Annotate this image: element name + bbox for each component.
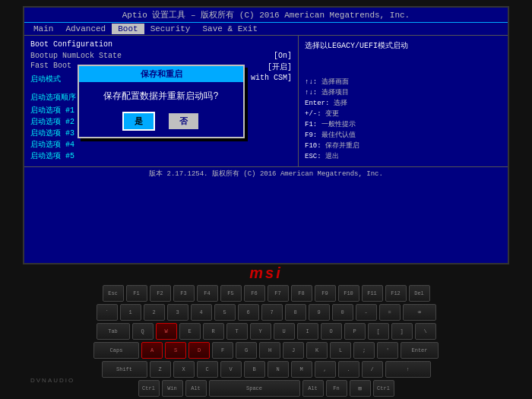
key-4[interactable]: 4	[191, 304, 212, 321]
menu-main[interactable]: Main	[27, 24, 59, 34]
key-minus[interactable]: -	[356, 304, 377, 321]
key-u[interactable]: U	[274, 323, 295, 340]
key-tab[interactable]: Tab	[97, 323, 130, 340]
key-f3[interactable]: F3	[173, 285, 195, 302]
key-8[interactable]: 8	[285, 304, 306, 321]
key-f10[interactable]: F10	[338, 285, 359, 302]
key-f6[interactable]: F6	[244, 285, 265, 302]
key-f8[interactable]: F8	[291, 285, 312, 302]
dialog-overlay: 保存和重启 保存配置数据并重新启动吗? 是 否	[24, 36, 298, 166]
sc-key-6: F9:	[305, 131, 321, 139]
key-f9[interactable]: F9	[315, 285, 336, 302]
key-backtick[interactable]: `	[97, 304, 118, 321]
key-j[interactable]: J	[283, 342, 304, 359]
key-f5[interactable]: F5	[220, 285, 242, 302]
key-equals[interactable]: =	[379, 304, 401, 321]
shortcut-list: ↑↓: 选择画面 ↑↓: 选择项目 Enter: 选择 +/-: 变更	[305, 77, 444, 162]
key-z[interactable]: Z	[150, 361, 171, 378]
key-t[interactable]: T	[226, 323, 248, 340]
key-lalt[interactable]: Alt	[185, 380, 207, 397]
key-v[interactable]: V	[220, 361, 242, 378]
key-rshift[interactable]: ↑	[385, 361, 431, 378]
key-f4[interactable]: F4	[197, 285, 218, 302]
key-r[interactable]: R	[203, 323, 224, 340]
key-x[interactable]: X	[173, 361, 195, 378]
key-a[interactable]: A	[141, 342, 163, 359]
shortcut-enter: Enter: 选择	[305, 98, 444, 108]
key-o[interactable]: O	[321, 323, 342, 340]
shortcut-arrows-item: ↑↓: 选择项目	[305, 87, 444, 97]
menu-security[interactable]: Security	[144, 24, 197, 34]
key-1[interactable]: 1	[120, 304, 141, 321]
keyboard-row-5: Shift Z X C V B N M , . / ↑	[102, 361, 431, 378]
key-3[interactable]: 3	[167, 304, 188, 321]
key-rbracket[interactable]: ]	[391, 323, 413, 340]
key-lshift[interactable]: Shift	[102, 361, 147, 378]
key-n[interactable]: N	[268, 361, 289, 378]
key-s[interactable]: S	[165, 342, 186, 359]
key-f11[interactable]: F11	[362, 285, 383, 302]
key-caps[interactable]: Caps	[93, 342, 139, 359]
key-menu[interactable]: ▤	[350, 380, 371, 397]
key-d[interactable]: D	[188, 342, 210, 359]
key-e[interactable]: E	[179, 323, 201, 340]
key-f12[interactable]: F12	[385, 285, 407, 302]
key-win[interactable]: Win	[162, 380, 183, 397]
shortcut-f9: F9: 最佳代认值	[305, 130, 444, 140]
key-h[interactable]: H	[259, 342, 280, 359]
key-f1[interactable]: F1	[126, 285, 147, 302]
key-b[interactable]: B	[244, 361, 265, 378]
dialog-yes-button[interactable]: 是	[124, 113, 154, 129]
key-c[interactable]: C	[197, 361, 218, 378]
sc-key-2: ↑↓:	[305, 89, 321, 97]
key-backslash[interactable]: \	[415, 323, 436, 340]
key-rctrl[interactable]: Ctrl	[373, 380, 394, 397]
dialog-no-button[interactable]: 否	[169, 113, 198, 129]
key-g[interactable]: G	[236, 342, 257, 359]
key-del[interactable]: Del	[409, 285, 430, 302]
menu-advanced[interactable]: Advanced	[59, 24, 112, 34]
menu-save-exit[interactable]: Save & Exit	[196, 24, 264, 34]
menu-boot[interactable]: Boot	[112, 24, 144, 34]
shortcut-plusminus: +/-: 变更	[305, 109, 444, 119]
key-5[interactable]: 5	[214, 304, 236, 321]
key-backspace[interactable]: ⌫	[403, 304, 436, 321]
key-semicolon[interactable]: ;	[353, 342, 375, 359]
key-m[interactable]: M	[291, 361, 312, 378]
key-f2[interactable]: F2	[150, 285, 171, 302]
key-l[interactable]: L	[330, 342, 351, 359]
key-k[interactable]: K	[306, 342, 328, 359]
sc-desc-7: 保存并重启	[325, 142, 359, 150]
key-period[interactable]: .	[338, 361, 359, 378]
key-i[interactable]: I	[297, 323, 318, 340]
dialog-title: 保存和重启	[79, 66, 243, 82]
key-p[interactable]: P	[344, 323, 366, 340]
key-y[interactable]: Y	[250, 323, 271, 340]
key-slash[interactable]: /	[362, 361, 383, 378]
sc-desc-3: 选择	[334, 100, 347, 107]
sc-key-5: F1:	[305, 121, 321, 128]
keyboard-row-3: Tab Q W E R T Y U I O P [ ] \	[97, 323, 436, 340]
key-esc[interactable]: Esc	[103, 285, 124, 302]
key-2[interactable]: 2	[144, 304, 165, 321]
key-quote[interactable]: '	[377, 342, 398, 359]
key-w[interactable]: W	[156, 323, 177, 340]
key-lctrl[interactable]: Ctrl	[138, 380, 160, 397]
key-comma[interactable]: ,	[315, 361, 336, 378]
key-fn[interactable]: Fn	[326, 380, 347, 397]
key-f[interactable]: F	[212, 342, 233, 359]
key-6[interactable]: 6	[238, 304, 259, 321]
keyboard-area: msi Esc F1 F2 F3 F4 F5 F6 F7 F8 F9 F10 F…	[0, 264, 532, 399]
key-enter[interactable]: Enter	[401, 342, 439, 359]
key-ralt[interactable]: Alt	[302, 380, 324, 397]
key-7[interactable]: 7	[261, 304, 283, 321]
key-q[interactable]: Q	[132, 323, 154, 340]
shortcut-arrows-screen: ↑↓: 选择画面	[305, 77, 444, 87]
key-space[interactable]: Space	[209, 380, 300, 397]
title-text: Aptio 设置工具 – 版权所有 (C) 2016 American Mega…	[122, 11, 410, 20]
sc-desc-4: 变更	[325, 110, 339, 118]
key-f7[interactable]: F7	[268, 285, 289, 302]
key-lbracket[interactable]: [	[368, 323, 389, 340]
key-0[interactable]: 0	[332, 304, 353, 321]
key-9[interactable]: 9	[309, 304, 330, 321]
